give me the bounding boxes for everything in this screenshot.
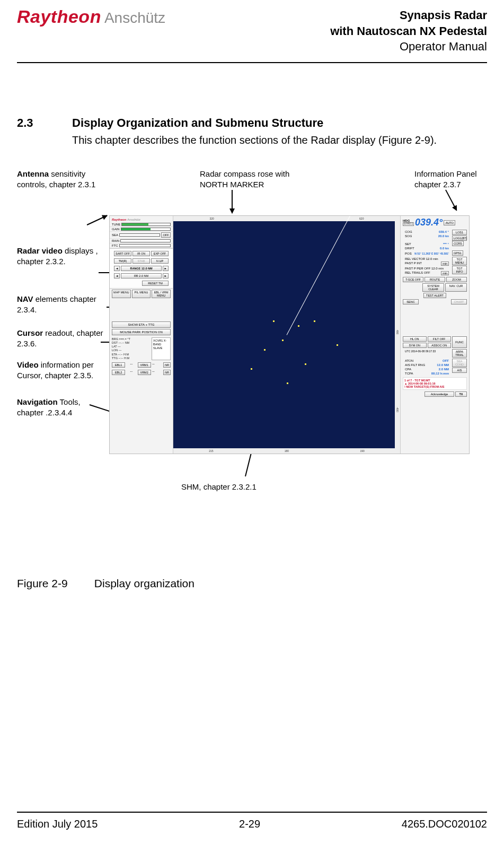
- callout-info-panel: Information Panel chapter 2.3.7: [414, 169, 494, 189]
- heading-line: [287, 216, 352, 335]
- page-header: Raytheon Anschütz Synapsis Radar with Na…: [17, 0, 487, 63]
- figure-number: Figure 2-9: [17, 577, 91, 590]
- logo-anschuetz: Anschütz: [104, 10, 165, 27]
- section-desc: This chapter describes the function sect…: [72, 133, 487, 147]
- header-titles: Synapsis Radar with Nautoscan NX Pedesta…: [330, 7, 487, 55]
- callout-compass: Radar compass rose with NORTH MARKER: [200, 169, 295, 189]
- info-panel: HDG GYRO 1 039.4° AUTO COG039.4 ° SOG20.…: [400, 216, 469, 454]
- section-title: Display Organization and Submenu Structu…: [72, 116, 487, 130]
- ppi-display: 320620 215180190 490-400: [173, 216, 400, 454]
- page-footer: Edition July 2015 2-29 4265.DOC020102: [17, 812, 487, 830]
- arrow-compass: [232, 190, 233, 213]
- callout-shm: SHM, chapter 2.3.2.1: [181, 482, 257, 492]
- callout-antenna: Antenna sensitivity controls, chapter 2.…: [17, 169, 107, 189]
- doc-title: Synapsis Radar: [330, 7, 487, 23]
- arrow-antenna: [87, 215, 108, 225]
- footer-edition: Edition July 2015: [17, 818, 98, 830]
- section-2-3: 2.3 Display Organization and Submenu Str…: [17, 116, 487, 590]
- radar-screenshot: RaytheonAnschütz TUNE GAIN SEAOFF RAIN F…: [109, 215, 470, 454]
- callout-radar-video: Radar video displays , chapter 2.3.2.: [17, 246, 107, 266]
- callout-video-info: Video information per Cursor, chapter 2.…: [17, 360, 110, 380]
- figure-2-9: Antenna sensitivity controls, chapter 2.…: [17, 169, 487, 508]
- doc-subtitle: with Nautoscan NX Pedestal: [330, 23, 487, 39]
- callout-cursor: Cursor readout, chapter 2.3.6.: [17, 328, 107, 349]
- figure-title: Display organization: [94, 577, 194, 589]
- footer-page: 2-29: [239, 818, 260, 830]
- section-number: 2.3: [17, 116, 49, 130]
- callout-nav-tools: Navigation Tools, chapter .2.3.4.4: [17, 397, 107, 417]
- doc-manual: Operator Manual: [330, 39, 487, 55]
- logo-raytheon: Raytheon: [17, 6, 101, 27]
- callout-nav: NAV elements chapter 2.3.4.: [17, 294, 107, 315]
- figure-caption: Figure 2-9 Display organization: [17, 577, 487, 590]
- brand-logo: Raytheon Anschütz: [17, 6, 165, 27]
- left-panel: RaytheonAnschütz TUNE GAIN SEAOFF RAIN F…: [110, 216, 173, 454]
- arrow-info: [445, 190, 457, 211]
- footer-doc: 4265.DOC020102: [402, 818, 487, 830]
